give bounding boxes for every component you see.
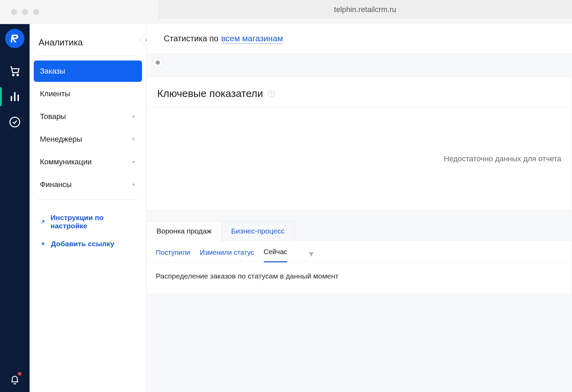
content-header: Статистика по всем магазинам [147,24,572,54]
logo-icon [10,33,20,44]
chevron-down-icon: ▼ [131,182,136,187]
submenu-item-label: Заказы [40,67,65,76]
minimize-dot[interactable] [22,9,28,15]
tab-business-process[interactable]: Бизнес-процесс [221,221,294,241]
tab-label: Бизнес-процесс [231,227,284,235]
tab-label: Воронка продаж [157,227,212,235]
widget-settings-button[interactable] [153,58,162,67]
divider [37,55,139,56]
funnel-section: Воронка продаж Бизнес-процесс Поступили … [147,221,572,295]
major-tabs: Воронка продаж Бизнес-процесс [147,221,572,241]
header-prefix: Статистика по [164,34,218,43]
gear-icon [155,60,160,65]
submenu-item-clients[interactable]: Клиенты [34,83,142,105]
link-instructions[interactable]: Инструкции по настройке [37,209,139,235]
tab-received[interactable]: Поступили [156,249,190,262]
chevron-down-icon: ▼ [131,159,136,165]
browser-chrome: telphin.retailcrm.ru [0,0,572,24]
link-label: Добавить ссылку [51,240,114,248]
content-area: Статистика по всем магазинам Ключевые по… [147,24,572,392]
link-label: Инструкции по настройке [51,214,136,230]
kpi-title: Ключевые показатели [157,88,263,99]
funnel-description: Распределение заказов по статусам в данн… [147,262,572,294]
filter-icon [308,251,315,258]
submenu-item-label: Финансы [40,180,72,189]
kpi-card: Ключевые показатели ? Недостаточно данны… [147,76,572,211]
submenu-item-finance[interactable]: Финансы ▼ [34,174,142,195]
submenu-panel: Аналитика Заказы Клиенты Товары ▼ Менедж… [30,24,147,392]
external-link-icon [40,219,46,225]
tab-status-changed[interactable]: Изменили статус [200,249,254,262]
nav-cart[interactable] [0,58,30,84]
tab-label: Поступили [156,249,190,256]
submenu-item-label: Менеджеры [40,135,82,144]
submenu-item-orders[interactable]: Заказы [34,61,142,82]
submenu-title: Аналитика [34,34,142,55]
submenu-item-label: Товары [40,112,66,121]
submenu-item-communications[interactable]: Коммуникации ▼ [34,151,142,173]
divider [37,199,139,200]
checkmark-circle-icon [9,116,21,128]
kpi-empty-message: Недостаточно данных для отчета [444,154,561,163]
store-filter-link[interactable]: всем магазинам [221,34,283,44]
chevron-down-icon: ▼ [131,114,136,119]
filter-button[interactable] [308,251,315,259]
maximize-dot[interactable] [33,9,39,15]
nav-rail [0,24,30,392]
svg-point-2 [10,117,20,127]
analytics-icon [9,91,21,102]
nav-notifications[interactable] [0,367,30,392]
address-bar[interactable]: telphin.retailcrm.ru [158,0,572,19]
tab-now[interactable]: Сейчас [264,248,287,262]
submenu-item-products[interactable]: Товары ▼ [34,106,142,127]
plus-icon [40,241,46,247]
cart-icon [9,65,21,77]
nav-tasks[interactable] [0,109,30,135]
submenu-item-label: Клиенты [40,89,70,98]
submenu-item-label: Коммуникации [40,157,92,166]
svg-point-1 [17,74,18,76]
tab-sales-funnel[interactable]: Воронка продаж [147,221,222,241]
app-logo[interactable] [5,29,24,48]
link-add[interactable]: Добавить ссылку [37,235,139,253]
close-dot[interactable] [11,9,17,15]
nav-analytics[interactable] [0,84,30,109]
tab-label: Изменили статус [200,249,254,256]
minor-tabs: Поступили Изменили статус Сейчас [147,241,572,262]
bell-icon [10,374,20,384]
svg-point-0 [13,74,14,76]
submenu-item-managers[interactable]: Менеджеры ▼ [34,129,142,150]
chevron-down-icon: ▼ [131,137,136,142]
help-icon[interactable]: ? [268,90,275,97]
window-controls [11,9,39,15]
url-text: telphin.retailcrm.ru [334,5,396,14]
notification-badge [18,372,21,375]
tab-label: Сейчас [264,248,287,255]
